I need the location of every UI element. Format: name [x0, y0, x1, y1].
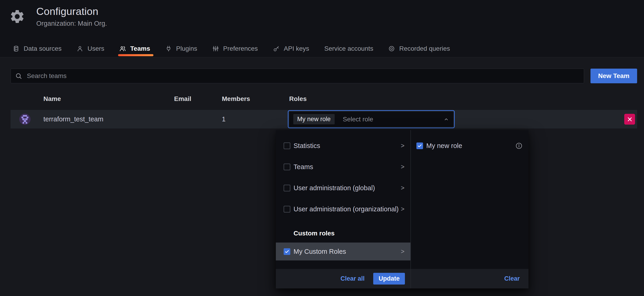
- tab-label: Data sources: [24, 45, 62, 52]
- role-picker-select[interactable]: My new role Select role: [288, 110, 455, 128]
- chevron-right-icon[interactable]: >: [400, 142, 404, 149]
- role-group-user-admin-global[interactable]: User administration (global) >: [276, 177, 410, 199]
- table-header: Name Email Members Roles: [0, 95, 644, 102]
- role-option-my-new-role[interactable]: My new role: [411, 135, 528, 156]
- clear-all-button[interactable]: Clear all: [340, 275, 364, 282]
- checkbox-unchecked[interactable]: [284, 185, 290, 191]
- chevron-up-icon[interactable]: [443, 116, 449, 122]
- chevron-right-icon[interactable]: >: [400, 163, 404, 171]
- database-icon: [13, 45, 19, 52]
- chevron-right-icon[interactable]: >: [400, 206, 404, 213]
- users-icon: [120, 45, 126, 52]
- custom-roles-section-header: Custom roles: [276, 228, 410, 239]
- key-icon: [273, 45, 280, 52]
- clear-button[interactable]: Clear: [504, 275, 520, 282]
- role-group-label: My Custom Roles: [294, 248, 346, 255]
- column-header-name: Name: [44, 95, 61, 103]
- role-picker-placeholder: Select role: [343, 116, 373, 123]
- role-group-user-admin-org[interactable]: User administration (organizational) >: [276, 199, 410, 220]
- search-box: [10, 69, 584, 83]
- tab-label: Users: [88, 45, 104, 52]
- column-header-members: Members: [222, 95, 250, 103]
- tab-data-sources[interactable]: Data sources: [13, 40, 62, 57]
- check-icon: [417, 143, 422, 148]
- role-group-teams[interactable]: Teams >: [276, 156, 410, 177]
- sliders-icon: [212, 45, 219, 52]
- tab-plugins[interactable]: Plugins: [165, 40, 197, 57]
- role-group-label: Teams: [294, 163, 313, 171]
- info-icon[interactable]: [516, 142, 522, 149]
- gear-icon: [9, 7, 25, 25]
- tab-bar: Data sources Users Teams Plugins Prefere: [13, 40, 450, 57]
- role-group-label: Statistics: [294, 142, 320, 150]
- role-picker-input: My new role Select role: [289, 111, 454, 127]
- tab-teams[interactable]: Teams: [120, 40, 150, 57]
- selected-role-tag[interactable]: My new role: [293, 114, 335, 124]
- tab-label: API keys: [284, 45, 309, 52]
- page-header-section: Configuration Organization: Main Org. Da…: [0, 0, 644, 57]
- role-group-label: User administration (global): [294, 184, 375, 192]
- tab-label: Teams: [130, 45, 150, 52]
- check-icon: [284, 249, 290, 254]
- page-header: Configuration Organization: Main Org.: [0, 0, 644, 27]
- record-icon: [388, 45, 395, 52]
- checkbox-unchecked[interactable]: [284, 206, 290, 213]
- tab-preferences[interactable]: Preferences: [212, 40, 258, 57]
- tab-service-accounts[interactable]: Service accounts: [324, 40, 373, 57]
- close-icon: [627, 117, 632, 122]
- team-avatar: [19, 114, 30, 125]
- role-picker-dropdown: Statistics > Teams > User administration…: [276, 130, 528, 289]
- page-title: Configuration: [36, 5, 107, 17]
- tab-users[interactable]: Users: [77, 40, 104, 57]
- tab-api-keys[interactable]: API keys: [273, 40, 309, 57]
- page-subtitle: Organization: Main Org.: [36, 20, 107, 27]
- tab-label: Preferences: [223, 45, 258, 52]
- delete-team-button[interactable]: [624, 114, 635, 125]
- chevron-right-icon[interactable]: >: [400, 185, 404, 192]
- plug-icon: [165, 45, 172, 52]
- role-picker-footer-right: Clear: [411, 269, 528, 289]
- tab-label: Service accounts: [324, 45, 373, 52]
- role-group-label: User administration (organizational): [294, 205, 399, 213]
- content-area: New Team Name Email Members Roles: [0, 57, 644, 296]
- role-submenu-list: My new role: [411, 130, 528, 156]
- role-option-label: My new role: [426, 142, 462, 150]
- team-name-link[interactable]: terraform_test_team: [44, 110, 103, 128]
- role-group-my-custom-roles[interactable]: My Custom Roles >: [276, 243, 410, 261]
- table-row: terraform_test_team 1 My new role Select…: [10, 110, 637, 128]
- checkbox-checked[interactable]: [416, 142, 423, 149]
- user-icon: [77, 45, 83, 52]
- checkbox-checked[interactable]: [284, 248, 290, 255]
- role-groups-list: Statistics > Teams > User administration…: [276, 130, 410, 261]
- tab-label: Plugins: [176, 45, 197, 52]
- new-team-button[interactable]: New Team: [590, 69, 637, 83]
- chevron-right-icon[interactable]: >: [400, 248, 404, 255]
- column-header-roles: Roles: [289, 95, 306, 103]
- active-tab-underline: [118, 54, 154, 56]
- column-header-email: Email: [174, 95, 191, 103]
- team-members-count: 1: [222, 110, 226, 128]
- role-picker-footer-left: Clear all Update: [276, 269, 410, 289]
- role-submenu-panel: My new role Clear: [411, 130, 528, 289]
- checkbox-unchecked[interactable]: [284, 164, 290, 170]
- teams-configuration-page: Configuration Organization: Main Org. Da…: [0, 0, 644, 296]
- search-input[interactable]: [10, 69, 584, 83]
- role-groups-panel: Statistics > Teams > User administration…: [276, 130, 411, 289]
- tab-recorded-queries[interactable]: Recorded queries: [388, 40, 450, 57]
- role-group-statistics[interactable]: Statistics >: [276, 135, 410, 156]
- checkbox-unchecked[interactable]: [284, 142, 290, 149]
- tab-label: Recorded queries: [399, 45, 450, 52]
- update-button[interactable]: Update: [373, 273, 405, 285]
- page-titles: Configuration Organization: Main Org.: [36, 5, 107, 27]
